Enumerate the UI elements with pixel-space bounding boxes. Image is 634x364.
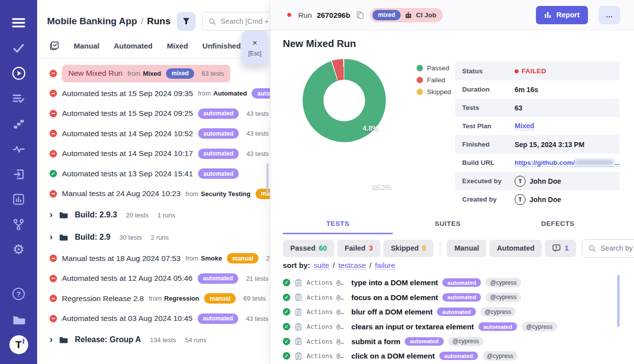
test-suite: Actions @… <box>307 308 344 315</box>
play-circle-icon[interactable] <box>0 60 37 86</box>
folder-runs-count: 1 runs <box>158 211 175 219</box>
logo-icon[interactable]: T <box>0 332 37 357</box>
sort-by-failure[interactable]: failure <box>375 261 395 270</box>
runs-scrollbar[interactable] <box>266 163 268 194</box>
list-check-icon[interactable] <box>0 86 37 111</box>
test-suite: Actions @… <box>307 338 344 345</box>
test-row[interactable]: Actions @…type into a DOM elementautomat… <box>283 275 630 290</box>
run-row-content: Regression Release 2.8fromRegressionmanu… <box>62 293 266 304</box>
testcase-icon <box>295 352 302 360</box>
ci-job-pill[interactable]: mixed CI Job <box>370 8 443 22</box>
filter-button[interactable] <box>177 12 196 31</box>
multi-check-icon[interactable] <box>49 41 59 51</box>
branch-icon[interactable] <box>0 212 37 237</box>
failed-icon <box>50 110 57 117</box>
run-from-label: from <box>127 70 140 77</box>
run-row[interactable]: Regression Release 2.8fromRegressionmanu… <box>37 289 270 309</box>
title-search[interactable] <box>582 239 634 258</box>
run-type-badge: manual <box>227 253 259 263</box>
runs-search-input[interactable] <box>220 17 270 25</box>
run-from-name: Security Testing <box>201 190 251 198</box>
run-from-name: Smoke <box>201 255 222 262</box>
test-row[interactable]: Actions @…focus on a DOM elementautomate… <box>283 290 630 305</box>
passed-icon <box>283 294 290 301</box>
test-title: blur off a DOM element <box>351 308 432 316</box>
tab-manual[interactable]: Manual <box>74 42 100 50</box>
tab-tests[interactable]: TESTS <box>283 220 393 234</box>
filter-automated-button[interactable]: Automated <box>489 240 542 257</box>
run-tests-count: 63 tests <box>202 70 224 77</box>
run-row[interactable]: Automated tests at 03 Aug 2024 10:45auto… <box>37 309 270 329</box>
run-row[interactable]: Manual tests at 18 Aug 2024 07:53fromSmo… <box>37 249 270 269</box>
menu-icon[interactable] <box>0 10 37 35</box>
project-name[interactable]: Mobile Banking App <box>47 16 137 26</box>
projects-folder-icon[interactable] <box>0 307 37 332</box>
folder-row[interactable]: ›Build: 2.9.320 tests1 runs <box>37 204 270 226</box>
test-title: click on a DOM element <box>351 352 434 360</box>
folder-icon <box>59 233 68 241</box>
failed-icon <box>50 70 57 77</box>
filter-passed-button[interactable]: Passed60 <box>283 240 334 257</box>
run-status-dot <box>287 13 291 17</box>
esc-close-button[interactable]: × [Esc] <box>242 31 268 64</box>
detail-value: Sep 15, 2024 3:13 PM <box>515 141 584 149</box>
tab-unfinished[interactable]: Unfinished <box>203 42 241 50</box>
run-row[interactable]: Automated tests at 14 Sep 2024 10:52auto… <box>37 124 270 144</box>
run-title: Automated tests at 03 Aug 2024 10:45 <box>62 314 193 323</box>
run-row[interactable]: Automated tests at 12 Aug 2024 05:46auto… <box>37 268 270 289</box>
testcase-icon <box>295 323 302 331</box>
run-from-label: from <box>186 190 199 198</box>
sort-by-testcase[interactable]: testcase <box>338 261 366 270</box>
filter-label: Skipped <box>391 244 419 252</box>
activity-icon[interactable] <box>0 136 37 161</box>
tab-automated[interactable]: Automated <box>114 42 153 50</box>
sort-by-suite[interactable]: suite <box>314 261 329 270</box>
url-redacted <box>575 159 614 165</box>
filter-manual-button[interactable]: Manual <box>447 240 486 257</box>
test-plan-link[interactable]: Mixed <box>515 122 534 130</box>
run-row[interactable]: Manual tests at 24 Aug 2024 10:23fromSec… <box>37 184 270 204</box>
build-url-link[interactable]: https://github.com/... <box>515 159 620 167</box>
passed-icon <box>283 279 290 286</box>
login-icon[interactable] <box>0 161 37 187</box>
report-square-icon[interactable] <box>0 187 37 212</box>
settings-gear-icon[interactable]: ⚙ <box>0 237 37 262</box>
more-options-button[interactable]: ... <box>599 6 620 24</box>
run-row[interactable]: New Mixed RunfromMixedmixed63 tests <box>37 63 270 84</box>
comment-count: 1 <box>565 244 569 252</box>
comments-filter-button[interactable]: 1 <box>545 240 576 257</box>
folder-row[interactable]: ›Release: Group A134 tests54 runs <box>37 329 270 351</box>
run-detail-header: Run 2670296b mixed CI Job Report ... <box>270 0 634 30</box>
test-row[interactable]: Actions @…blur off a DOM elementautomate… <box>283 305 630 319</box>
help-icon[interactable]: ? <box>0 281 37 307</box>
url-ellipsis: ... <box>614 159 620 166</box>
automated-badge: automated <box>442 293 481 302</box>
check-icon[interactable] <box>0 35 37 60</box>
tab-suites[interactable]: SUITES <box>393 220 503 234</box>
run-row[interactable]: Automated tests at 14 Sep 2024 10:17auto… <box>37 144 270 164</box>
run-row[interactable]: Automated tests at 13 Sep 2024 15:41auto… <box>37 164 270 184</box>
runs-search[interactable] <box>202 12 270 31</box>
run-from-label: from <box>198 90 211 97</box>
filter-count: 0 <box>422 244 426 252</box>
title-search-input[interactable] <box>600 244 634 252</box>
detail-text: 63 <box>515 104 523 112</box>
run-type-badge: automated <box>198 108 239 119</box>
run-row-content: Automated tests at 13 Sep 2024 15:41auto… <box>62 168 239 179</box>
tab-defects[interactable]: DEFECTS <box>503 220 613 234</box>
run-row[interactable]: Automated tests at 15 Sep 2024 09:35from… <box>37 84 270 104</box>
test-row[interactable]: Actions @…submit a formautomated@cypress <box>283 334 630 349</box>
run-row[interactable]: Automated tests at 15 Sep 2024 09:25auto… <box>37 104 270 124</box>
tab-mixed[interactable]: Mixed <box>167 42 188 50</box>
automated-badge: automated <box>478 322 517 331</box>
report-button[interactable]: Report <box>536 6 588 24</box>
copy-icon[interactable] <box>356 11 364 19</box>
steps-icon[interactable] <box>0 111 37 136</box>
folder-name: Build: 2.9 <box>75 233 110 242</box>
filter-skipped-button[interactable]: Skipped0 <box>383 240 433 257</box>
test-row[interactable]: Actions @…click on a DOM elementautomate… <box>283 349 630 364</box>
folder-row[interactable]: ›Build: 2.930 tests2 runs <box>37 226 270 249</box>
filter-failed-button[interactable]: Failed3 <box>337 240 380 257</box>
test-row[interactable]: Actions @…clears an input or textarea el… <box>283 319 630 334</box>
tests-scrollbar[interactable] <box>617 275 620 327</box>
